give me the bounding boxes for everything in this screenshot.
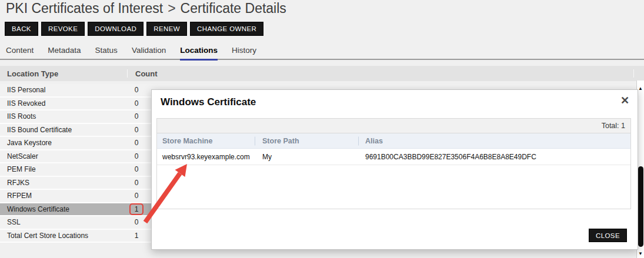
location-type-cell: Total Cert Store Locations	[0, 232, 88, 240]
tab-bar: Content Metadata Status Validation Locat…	[6, 46, 256, 61]
location-type-cell: RFJKS	[0, 179, 29, 187]
column-divider	[127, 69, 128, 78]
location-type-cell: NetScaler	[0, 152, 38, 160]
count-cell: 0	[128, 192, 145, 200]
location-type-cell: SSL	[0, 218, 21, 226]
count-cell: 0	[128, 126, 145, 134]
tab-metadata[interactable]: Metadata	[48, 46, 81, 61]
breadcrumb: PKI Certificates of Interest>Certificate…	[6, 1, 286, 16]
change-owner-button[interactable]: CHANGE OWNER	[190, 22, 263, 36]
column-header-alias: Alias	[358, 137, 630, 145]
store-path-cell: My	[255, 153, 358, 161]
tab-content[interactable]: Content	[6, 46, 34, 61]
alias-cell: 9691B00CA3BBD99E827E3506F4A6B8E8A8E49DFC	[358, 153, 630, 161]
count-cell: 0	[128, 218, 145, 226]
column-header-store-machine: Store Machine	[157, 137, 255, 145]
breadcrumb-separator: >	[168, 1, 175, 16]
scroll-down-icon[interactable]: ▼	[637, 251, 644, 256]
close-icon[interactable]: ✕	[620, 95, 629, 106]
location-type-cell: IIS Revoked	[0, 99, 45, 108]
windows-certificate-modal: Windows Certificate ✕ Total: 1 Store Mac…	[151, 89, 638, 250]
close-button[interactable]: CLOSE	[589, 229, 627, 242]
highlighted-count-badge[interactable]: 1	[129, 203, 144, 215]
back-button[interactable]: BACK	[5, 22, 38, 36]
count-cell: 0	[128, 139, 145, 147]
count-cell: 0	[128, 86, 145, 94]
revoke-button[interactable]: REVOKE	[41, 22, 85, 36]
renew-button[interactable]: RENEW	[146, 22, 187, 36]
count-cell: 0	[128, 99, 145, 108]
tab-history[interactable]: History	[232, 46, 256, 61]
store-machine-cell: websrvr93.keyexample.com	[157, 153, 255, 161]
toolbar: BACK REVOKE DOWNLOAD RENEW CHANGE OWNER	[5, 22, 263, 36]
column-divider	[633, 69, 634, 78]
location-type-cell: IIS Roots	[0, 112, 36, 120]
tab-validation[interactable]: Validation	[132, 46, 166, 61]
location-type-cell: PEM File	[0, 165, 36, 173]
location-type-cell: RFPEM	[0, 192, 32, 200]
modal-table-body: websrvr93.keyexample.comMy9691B00CA3BBD9…	[157, 149, 630, 165]
modal-table: Total: 1 Store Machine Store Path Alias …	[156, 118, 631, 209]
breadcrumb-parent[interactable]: PKI Certificates of Interest	[6, 1, 163, 16]
column-header-count: Count	[135, 69, 158, 78]
column-header-store-path: Store Path	[255, 137, 358, 145]
modal-table-header: Store Machine Store Path Alias	[157, 133, 630, 149]
count-cell: 1	[128, 203, 145, 215]
count-cell: 1	[128, 232, 145, 240]
location-type-cell: IIS Personal	[0, 86, 45, 94]
location-type-cell: Windows Certificate	[0, 205, 69, 213]
locations-table-header: Location Type Count	[0, 66, 644, 81]
modal-table-row: websrvr93.keyexample.comMy9691B00CA3BBD9…	[157, 149, 630, 165]
tab-locations[interactable]: Locations	[180, 46, 218, 61]
location-type-cell: IIS Bound Certificate	[0, 126, 72, 134]
column-header-location-type: Location Type	[0, 69, 58, 78]
count-cell: 0	[128, 179, 145, 187]
total-count-label: Total: 1	[157, 119, 630, 133]
count-cell: 0	[128, 112, 145, 120]
modal-title: Windows Certificate	[161, 96, 256, 108]
tab-status[interactable]: Status	[95, 46, 118, 61]
download-button[interactable]: DOWNLOAD	[88, 22, 144, 36]
count-cell: 0	[128, 152, 145, 160]
scrollbar-thumb[interactable]	[638, 166, 643, 247]
count-cell: 0	[128, 165, 145, 173]
location-type-cell: Java Keystore	[0, 139, 52, 147]
page-title: Certificate Details	[181, 1, 286, 16]
